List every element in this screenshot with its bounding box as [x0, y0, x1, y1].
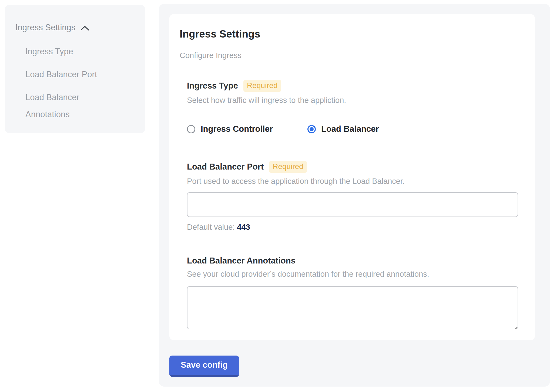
radio-circle-icon	[187, 125, 195, 133]
radio-circle-icon	[307, 125, 316, 133]
radio-label: Load Balancer	[321, 124, 379, 134]
ingress-type-radio-group: Ingress Controller Load Balancer	[187, 124, 535, 134]
default-value-label: Default value:	[187, 223, 235, 231]
section-ingress-type: Ingress Type Required Select how traffic…	[187, 80, 535, 134]
required-badge: Required	[269, 161, 307, 173]
section-load-balancer-annotations: Load Balancer Annotations See your cloud…	[187, 256, 535, 329]
load-balancer-annotations-heading: Load Balancer Annotations	[187, 256, 296, 266]
default-value-number: 443	[237, 223, 250, 231]
page-subtitle: Configure Ingress	[180, 51, 535, 60]
ingress-type-heading: Ingress Type	[187, 81, 238, 91]
main-panel: Ingress Settings Configure Ingress Ingre…	[159, 4, 550, 387]
radio-ingress-controller[interactable]: Ingress Controller	[187, 124, 273, 134]
sidebar-item-load-balancer-port[interactable]: Load Balancer Port	[25, 66, 97, 83]
load-balancer-port-input[interactable]	[187, 192, 518, 217]
save-config-button[interactable]: Save config	[169, 356, 239, 377]
radio-load-balancer[interactable]: Load Balancer	[307, 124, 379, 134]
load-balancer-annotations-description: See your cloud provider’s documentation …	[187, 269, 535, 279]
radio-label: Ingress Controller	[201, 124, 273, 134]
load-balancer-annotations-textarea[interactable]	[187, 286, 518, 329]
chevron-up-icon	[80, 25, 89, 31]
sidebar-item-load-balancer-annotations[interactable]: Load Balancer Annotations	[25, 89, 96, 123]
sidebar-group-ingress-settings[interactable]: Ingress Settings	[15, 23, 89, 32]
ingress-settings-card: Ingress Settings Configure Ingress Ingre…	[169, 14, 535, 340]
required-badge: Required	[243, 80, 281, 92]
page-title: Ingress Settings	[180, 29, 535, 39]
sidebar-item-ingress-type[interactable]: Ingress Type	[25, 43, 73, 60]
load-balancer-port-heading: Load Balancer Port	[187, 162, 264, 172]
default-value-helper: Default value: 443	[187, 222, 535, 232]
load-balancer-port-description: Port used to access the application thro…	[187, 177, 535, 186]
settings-sidebar: Ingress Settings Ingress Type Load Balan…	[5, 5, 145, 133]
sidebar-group-label: Ingress Settings	[15, 23, 75, 32]
section-load-balancer-port: Load Balancer Port Required Port used to…	[187, 161, 535, 232]
ingress-type-description: Select how traffic will ingress to the a…	[187, 96, 535, 105]
